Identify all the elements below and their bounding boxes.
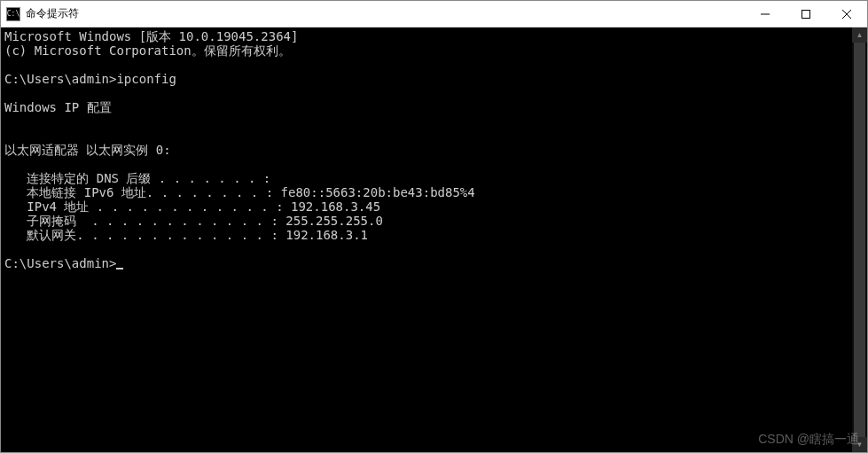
line-gateway: 默认网关. . . . . . . . . . . . . : 192.168.…: [4, 228, 368, 242]
line-ipv6: 本地链接 IPv6 地址. . . . . . . . : fe80::5663…: [4, 185, 475, 199]
close-button[interactable]: [826, 1, 867, 27]
minimize-button[interactable]: [745, 1, 786, 27]
line-prompt-idle: C:\Users\admin>: [4, 256, 116, 270]
line-dns-suffix: 连接特定的 DNS 后缀 . . . . . . . :: [4, 171, 270, 185]
line-version: Microsoft Windows [版本 10.0.19045.2364]: [4, 29, 298, 43]
app-icon: C:\: [6, 7, 20, 21]
scroll-down-arrow-icon[interactable]: ▼: [852, 437, 867, 452]
line-subnet: 子网掩码 . . . . . . . . . . . . : 255.255.2…: [4, 214, 383, 228]
titlebar[interactable]: C:\ 命令提示符: [1, 1, 867, 27]
line-ipconfig-header: Windows IP 配置: [4, 100, 112, 114]
window-title: 命令提示符: [26, 6, 745, 21]
line-adapter-header: 以太网适配器 以太网实例 0:: [4, 143, 171, 157]
scroll-up-arrow-icon[interactable]: ▲: [852, 27, 867, 43]
scrollbar[interactable]: ▲ ▼: [852, 27, 867, 452]
line-copyright: (c) Microsoft Corporation。保留所有权利。: [4, 43, 291, 58]
line-prompt-cmd: C:\Users\admin>ipconfig: [4, 72, 176, 86]
command-prompt-window: C:\ 命令提示符 Microsoft Windows [版本 10.0.190…: [0, 0, 868, 453]
maximize-button[interactable]: [786, 1, 826, 27]
scroll-track[interactable]: [852, 43, 867, 437]
cursor: [116, 268, 123, 269]
line-ipv4: IPv4 地址 . . . . . . . . . . . . : 192.16…: [4, 199, 380, 214]
scroll-thumb[interactable]: [854, 43, 865, 437]
svg-rect-1: [802, 10, 810, 18]
terminal-area: Microsoft Windows [版本 10.0.19045.2364] (…: [1, 27, 867, 452]
terminal-output[interactable]: Microsoft Windows [版本 10.0.19045.2364] (…: [1, 27, 852, 452]
window-controls: [745, 1, 867, 27]
